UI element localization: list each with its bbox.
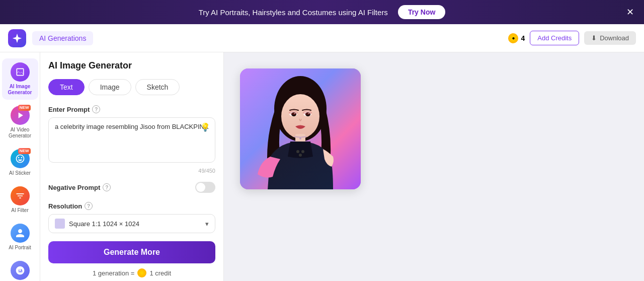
ai-portrait-icon [11,224,30,243]
add-credits-button[interactable]: Add Credits [530,31,579,45]
download-button[interactable]: ⬇ Download [584,31,636,45]
ai-video-icon: NEW [11,106,30,125]
sidebar-label-ai-image: AI ImageGenerator [8,84,32,96]
download-icon: ⬇ [591,34,597,42]
banner-text: Try AI Portraits, Hairstyles and Costume… [199,8,388,17]
banner-close-button[interactable]: ✕ [626,7,634,18]
resolution-thumbnail [55,219,65,229]
ai-image-icon [11,62,30,82]
ai-sticker-icon: NEW [11,149,30,168]
prompt-label-text: Enter Prompt [48,106,90,113]
prompt-input[interactable]: a celebrity image resembling Jisoo from … [48,117,215,163]
svg-point-15 [296,150,299,153]
credit-info: 1 generation = 1 credit [48,268,215,277]
negative-prompt-help-icon[interactable]: ? [103,183,111,191]
new-badge-sticker: NEW [18,148,31,154]
sidebar-item-ai-filter[interactable]: AI Filter [2,182,38,218]
sidebar-label-ai-portrait: AI Portrait [9,245,31,251]
download-label: Download [600,34,629,42]
prompt-help-icon[interactable]: ? [92,105,100,113]
negative-prompt-label-row: Negative Prompt ? [48,183,111,191]
lightbulb-icon[interactable]: 💡 [200,122,210,132]
prompt-box-wrapper: a celebrity image resembling Jisoo from … [48,117,215,165]
resolution-chevron-icon: ▾ [205,220,209,228]
tab-row: Text Image Sketch [48,79,215,95]
credits-count: 4 [521,34,525,42]
svg-point-16 [299,154,302,157]
generated-image-svg [240,68,361,189]
sidebar-item-ai-image-generator[interactable]: AI ImageGenerator [2,58,38,100]
ai-filter-icon [11,186,30,205]
svg-point-17 [301,150,304,153]
resolution-help-icon[interactable]: ? [85,202,93,210]
sidebar-label-ai-filter: AI Filter [11,207,28,214]
app-logo [8,29,26,47]
new-badge-video: NEW [18,105,31,111]
negative-prompt-toggle[interactable] [195,182,215,193]
negative-prompt-label: Negative Prompt [48,184,100,191]
svg-point-2 [281,94,319,138]
header-right: ● 4 Add Credits ⬇ Download [508,31,636,45]
sidebar-item-ai-avatar[interactable]: AI Avatar [2,257,38,281]
sidebar-label-ai-sticker: AI Sticker [9,170,31,176]
sidebar-item-ai-sticker[interactable]: NEW AI Sticker [2,145,38,180]
credit-info-prefix: 1 generation = [93,269,134,277]
generate-button[interactable]: Generate More [48,241,215,263]
logo-icon [12,33,23,44]
prompt-label-row: Enter Prompt ? [48,105,215,113]
ai-avatar-icon [11,261,30,280]
resolution-value: Square 1:1 1024 × 1024 [69,220,201,228]
negative-prompt-row: Negative Prompt ? [48,182,215,193]
tab-sketch[interactable]: Sketch [135,79,180,95]
try-now-button[interactable]: Try Now [398,5,445,19]
svg-point-12 [289,111,298,115]
sidebar-item-ai-video-generator[interactable]: NEW AI VideoGenerator [2,102,38,143]
ai-generations-tab[interactable]: AI Generations [32,31,93,45]
panel: AI Image Generator Text Image Sketch Ent… [40,52,224,281]
credit-info-suffix: 1 credit [149,269,171,277]
top-banner: Try AI Portraits, Hairstyles and Costume… [0,0,644,24]
resolution-label-text: Resolution [48,202,82,210]
resolution-select[interactable]: Square 1:1 1024 × 1024 ▾ [48,214,215,233]
credits-display: ● 4 [508,33,525,43]
header: AI Generations ● 4 Add Credits ⬇ Downloa… [0,24,644,52]
credit-coin-icon [137,268,146,277]
main-layout: AI ImageGenerator NEW AI VideoGenerator … [0,52,644,281]
tab-text[interactable]: Text [48,79,85,95]
svg-point-13 [303,111,312,115]
panel-title: AI Image Generator [48,60,215,71]
tab-image[interactable]: Image [89,79,131,95]
content-area [224,52,644,281]
coin-icon: ● [508,33,518,43]
generated-image[interactable] [240,68,361,189]
sidebar-item-ai-portrait[interactable]: AI Portrait [2,220,38,255]
sidebar-label-ai-video: AI VideoGenerator [9,127,31,139]
svg-point-14 [299,137,301,139]
resolution-label-row: Resolution ? [48,202,215,210]
sidebar: AI ImageGenerator NEW AI VideoGenerator … [0,52,40,281]
char-count: 49/450 [48,168,215,174]
